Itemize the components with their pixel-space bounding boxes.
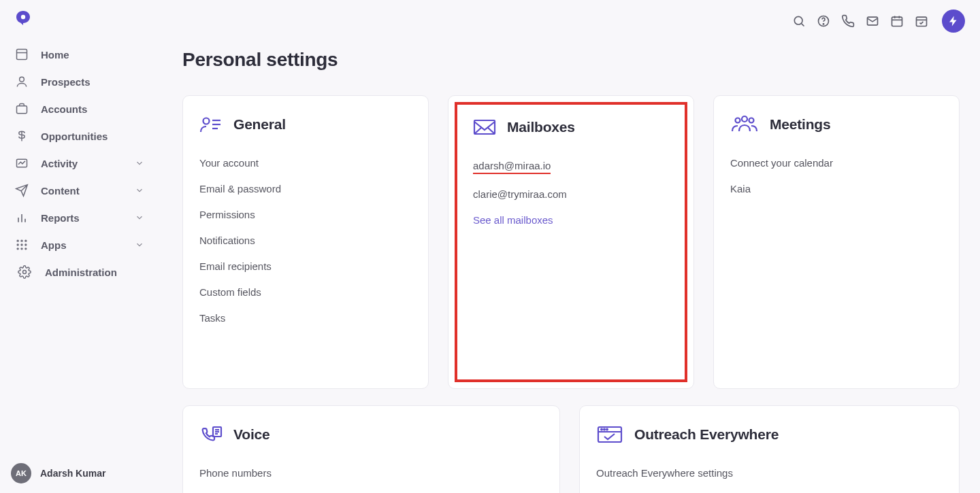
voice-icon: [199, 425, 223, 444]
chevron-down-icon: [135, 240, 144, 250]
link-your-account[interactable]: Your account: [199, 157, 412, 169]
sidebar: Home Prospects Accounts Opportunities Ac…: [0, 0, 157, 493]
sidebar-item-label: Accounts: [41, 103, 87, 115]
svg-point-22: [823, 24, 823, 24]
grid-icon: [15, 238, 29, 252]
sidebar-item-label: Content: [41, 185, 80, 197]
meetings-icon: [730, 115, 759, 134]
card-title: Mailboxes: [507, 119, 575, 135]
general-icon: [199, 115, 223, 134]
phone-icon[interactable]: [841, 14, 855, 28]
svg-point-14: [24, 243, 27, 245]
svg-point-10: [20, 240, 22, 242]
search-icon[interactable]: [792, 14, 806, 28]
sidebar-item-apps[interactable]: Apps: [8, 231, 151, 258]
svg-point-48: [606, 429, 608, 430]
home-icon: [15, 48, 29, 61]
svg-point-38: [742, 116, 747, 122]
sidebar-item-label: Administration: [45, 267, 117, 278]
link-kaia[interactable]: Kaia: [730, 183, 943, 194]
card-title: Outreach Everywhere: [634, 426, 779, 443]
svg-rect-4: [17, 106, 27, 114]
sidebar-item-administration[interactable]: Administration: [8, 258, 151, 286]
sidebar-item-reports[interactable]: Reports: [8, 204, 151, 231]
svg-point-37: [736, 118, 740, 123]
sidebar-item-accounts[interactable]: Accounts: [8, 95, 151, 122]
link-tasks[interactable]: Tasks: [199, 312, 412, 324]
send-icon: [15, 184, 29, 197]
briefcase-icon: [15, 102, 29, 116]
user-footer[interactable]: AK Adarsh Kumar: [0, 454, 157, 493]
mail-icon[interactable]: [866, 14, 879, 28]
sidebar-item-label: Apps: [41, 239, 67, 251]
chevron-down-icon: [135, 213, 144, 222]
link-custom-fields[interactable]: Custom fields: [199, 286, 412, 298]
link-notifications[interactable]: Notifications: [199, 235, 412, 246]
card-meetings: Meetings Connect your calendar Kaia: [713, 95, 960, 389]
card-title: General: [233, 116, 286, 133]
link-connect-calendar[interactable]: Connect your calendar: [730, 157, 943, 169]
mailbox-icon: [473, 118, 496, 137]
link-outreach-everywhere-settings[interactable]: Outreach Everywhere settings: [596, 467, 943, 479]
sidebar-item-home[interactable]: Home: [8, 41, 151, 68]
svg-point-11: [24, 240, 27, 242]
sidebar-item-opportunities[interactable]: Opportunities: [8, 122, 151, 150]
browser-check-icon: [596, 425, 623, 444]
svg-point-0: [21, 15, 25, 19]
calendar-icon[interactable]: [890, 14, 904, 28]
calendar-check-icon[interactable]: [915, 14, 928, 28]
dollar-icon: [15, 129, 29, 143]
svg-point-15: [17, 248, 19, 250]
link-email-password[interactable]: Email & password: [199, 183, 412, 194]
chevron-down-icon: [135, 158, 144, 168]
link-phone-numbers[interactable]: Phone numbers: [199, 467, 543, 479]
card-mailboxes: Mailboxes adarsh@miraa.io clarie@trymira…: [448, 95, 694, 389]
card-outreach-everywhere: Outreach Everywhere Outreach Everywhere …: [579, 405, 960, 493]
link-permissions[interactable]: Permissions: [199, 209, 412, 220]
logo[interactable]: [0, 10, 157, 35]
svg-point-3: [20, 77, 24, 82]
link-see-all-mailboxes[interactable]: See all mailboxes: [473, 214, 677, 226]
bar-chart-icon: [15, 211, 29, 224]
mailbox-1-label: adarsh@miraa.io: [473, 160, 551, 174]
activity-icon: [15, 156, 29, 170]
svg-point-46: [601, 429, 602, 430]
chevron-down-icon: [135, 186, 144, 195]
content: Personal settings General Your account E…: [157, 0, 980, 493]
svg-rect-24: [892, 17, 902, 26]
main: Personal settings General Your account E…: [157, 0, 980, 493]
link-email-recipients[interactable]: Email recipients: [199, 260, 412, 272]
link-mailbox-2[interactable]: clarie@trymiraa.com: [473, 188, 677, 200]
user-name: Adarsh Kumar: [40, 468, 105, 479]
svg-rect-28: [917, 17, 927, 26]
help-icon[interactable]: [817, 14, 830, 28]
user-icon: [15, 75, 29, 88]
sidebar-item-prospects[interactable]: Prospects: [8, 68, 151, 95]
svg-point-18: [23, 271, 27, 274]
sidebar-item-activity[interactable]: Activity: [8, 150, 151, 177]
sidebar-item-label: Opportunities: [41, 131, 108, 142]
brand-logo-icon: [15, 10, 31, 26]
sidebar-item-label: Activity: [41, 158, 78, 169]
card-title: Voice: [233, 426, 270, 443]
svg-point-9: [17, 240, 19, 242]
page-title: Personal settings: [182, 49, 960, 71]
sidebar-item-label: Prospects: [41, 76, 91, 88]
card-voice: Voice Phone numbers: [182, 405, 560, 493]
svg-point-47: [604, 429, 605, 430]
svg-point-17: [24, 248, 27, 250]
svg-point-39: [749, 118, 754, 123]
link-mailbox-1[interactable]: adarsh@miraa.io: [473, 160, 677, 174]
sidebar-item-label: Home: [41, 49, 69, 61]
svg-point-12: [17, 243, 19, 245]
sidebar-item-content[interactable]: Content: [8, 177, 151, 204]
card-general: General Your account Email & password Pe…: [182, 95, 429, 389]
profile-avatar[interactable]: [942, 10, 965, 33]
svg-line-36: [487, 127, 495, 134]
svg-point-16: [20, 248, 22, 250]
svg-point-13: [20, 243, 22, 245]
svg-line-20: [802, 24, 804, 27]
sidebar-item-label: Reports: [41, 212, 80, 224]
topbar: [792, 0, 980, 33]
card-title: Meetings: [770, 116, 830, 133]
